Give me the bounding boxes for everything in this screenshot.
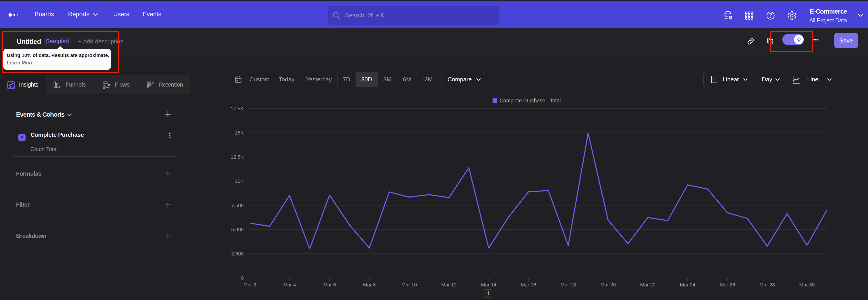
svg-text:Mar 2: Mar 2 xyxy=(243,282,256,288)
svg-text:Mar 12: Mar 12 xyxy=(441,282,457,288)
svg-text:0: 0 xyxy=(241,275,244,281)
svg-text:10K: 10K xyxy=(235,178,244,184)
svg-text:5,000: 5,000 xyxy=(231,227,244,232)
svg-text:Mar 8: Mar 8 xyxy=(363,282,376,288)
svg-text:Mar 6: Mar 6 xyxy=(323,282,336,288)
svg-text:Mar 4: Mar 4 xyxy=(283,282,296,288)
svg-text:Mar 26: Mar 26 xyxy=(720,282,735,288)
svg-text:17.5K: 17.5K xyxy=(231,106,244,112)
svg-text:Mar 20: Mar 20 xyxy=(600,282,616,288)
svg-text:7,500: 7,500 xyxy=(231,203,244,208)
svg-text:2,500: 2,500 xyxy=(231,251,244,257)
svg-text:Mar 14: Mar 14 xyxy=(481,282,496,288)
svg-text:Mar 16: Mar 16 xyxy=(521,282,536,288)
svg-text:Mar 28: Mar 28 xyxy=(760,282,775,288)
svg-text:Mar 30: Mar 30 xyxy=(799,282,815,288)
svg-text:Mar 10: Mar 10 xyxy=(401,282,417,288)
svg-text:Mar 18: Mar 18 xyxy=(561,282,576,288)
svg-text:Mar 22: Mar 22 xyxy=(640,282,655,288)
svg-text:15K: 15K xyxy=(235,130,244,136)
svg-text:12.5K: 12.5K xyxy=(231,154,244,160)
svg-text:Mar 24: Mar 24 xyxy=(680,282,695,288)
